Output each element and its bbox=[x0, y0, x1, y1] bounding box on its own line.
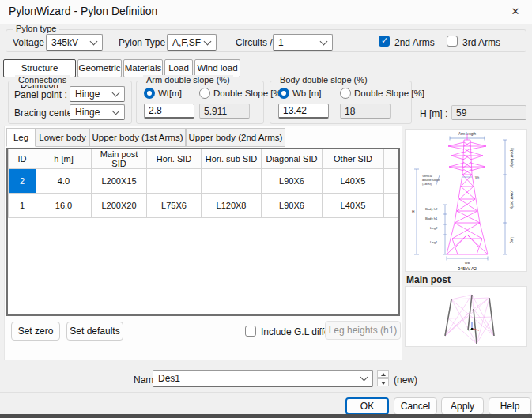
name-combobox[interactable]: Des1 bbox=[153, 370, 373, 387]
cell-main-post[interactable]: L200X20 bbox=[92, 194, 147, 218]
cell-blank bbox=[384, 194, 399, 218]
cell-hori[interactable]: L75X6 bbox=[147, 194, 202, 218]
panel-point-value: Hinge bbox=[75, 88, 100, 100]
voltage-label: Voltage : bbox=[13, 37, 50, 48]
chevron-down-icon bbox=[90, 37, 98, 45]
main-post-label: Main post bbox=[406, 274, 451, 285]
arm-double-slope-radio[interactable] bbox=[199, 88, 210, 99]
wt-radio-label: Wt[m] bbox=[158, 88, 182, 98]
svg-text:Leg: Leg bbox=[510, 237, 514, 243]
col-header-id[interactable]: ID bbox=[9, 149, 36, 169]
voltage-value: 345kV bbox=[51, 37, 78, 48]
col-header-main-post[interactable]: Main post SID bbox=[92, 149, 147, 169]
cell-id[interactable]: 2 bbox=[9, 169, 36, 194]
wb-radio[interactable] bbox=[278, 88, 289, 99]
pylon-type-select[interactable]: A,F,SF bbox=[167, 34, 217, 51]
subtab-upper-body-2nd[interactable]: Upper body (2nd Arms) bbox=[186, 128, 285, 147]
name-value: Des1 bbox=[158, 373, 180, 384]
ok-button[interactable]: OK bbox=[345, 397, 389, 415]
cell-other[interactable]: L40X5 bbox=[323, 169, 384, 194]
cell-h[interactable]: 16.0 bbox=[36, 194, 92, 218]
connections-group-label: Connections bbox=[15, 75, 70, 85]
axis-triad-icon bbox=[468, 322, 479, 330]
col-header-blank bbox=[384, 149, 399, 169]
col-header-diagonal[interactable]: Diagonal SID bbox=[262, 149, 323, 169]
body-double-slope-input bbox=[340, 104, 391, 119]
cell-hori-sub[interactable]: L120X8 bbox=[202, 194, 262, 218]
svg-text:Leg1: Leg1 bbox=[430, 240, 438, 244]
voltage-select[interactable]: 345kV bbox=[46, 34, 103, 51]
table-row[interactable]: 1 16.0 L200X20 L75X6 L120X8 L90X6 L40X5 bbox=[9, 194, 399, 218]
background-window-edge bbox=[0, 414, 532, 418]
h-input bbox=[451, 105, 526, 120]
table-row[interactable]: 2 4.0 L200X15 L90X6 L40X5 bbox=[9, 169, 399, 194]
cell-hori-sub[interactable] bbox=[202, 169, 262, 194]
include-gl-checkbox[interactable] bbox=[245, 326, 256, 337]
svg-text:Body h2: Body h2 bbox=[425, 207, 438, 211]
arm-double-slope-input bbox=[199, 104, 250, 119]
body-double-slope-radio[interactable] bbox=[340, 88, 351, 99]
cell-diagonal[interactable]: L90X6 bbox=[262, 194, 323, 218]
cell-id[interactable]: 1 bbox=[9, 194, 36, 218]
set-zero-button[interactable]: Set zero bbox=[11, 322, 60, 341]
help-button[interactable]: Help bbox=[489, 397, 531, 415]
second-arms-checkbox[interactable] bbox=[379, 36, 390, 47]
pylon-preview-panel: Arm length bbox=[405, 129, 527, 272]
cell-h[interactable]: 4.0 bbox=[36, 169, 92, 194]
chevron-down-icon bbox=[112, 107, 120, 115]
wb-input[interactable] bbox=[278, 104, 329, 119]
svg-text:(Xb/Xt): (Xb/Xt) bbox=[422, 182, 432, 186]
cell-other[interactable]: L40X5 bbox=[323, 194, 384, 218]
main-post-diagram bbox=[406, 287, 528, 348]
cell-blank bbox=[384, 169, 399, 194]
svg-text:Lower body: Lower body bbox=[510, 190, 514, 209]
table-header-row: ID h [m] Main post SID Hori. SID Hori. s… bbox=[9, 149, 399, 169]
bracing-center-select[interactable]: Hinge bbox=[70, 104, 125, 120]
third-arms-label: 3rd Arms bbox=[462, 37, 500, 48]
pylon-diagram: Arm length bbox=[406, 130, 528, 273]
window-title: PylonWizard - Pylon Definition bbox=[9, 5, 157, 17]
subtab-leg[interactable]: Leg bbox=[6, 128, 36, 147]
svg-text:Wt: Wt bbox=[475, 175, 480, 179]
tab-geometric[interactable]: Geometric bbox=[77, 59, 122, 77]
pylon-wizard-dialog: PylonWizard - Pylon Definition ✕ Pylon t… bbox=[0, 0, 532, 418]
third-arms-checkbox[interactable] bbox=[447, 36, 458, 47]
subtab-lower-body[interactable]: Lower body bbox=[36, 128, 89, 147]
col-header-other[interactable]: Other SID bbox=[323, 149, 384, 169]
title-bar: PylonWizard - Pylon Definition ✕ bbox=[0, 0, 532, 24]
cell-diagonal[interactable]: L90X6 bbox=[262, 169, 323, 194]
close-icon[interactable]: ✕ bbox=[505, 3, 526, 21]
subtab-upper-body-1st[interactable]: Upper body (1st Arms) bbox=[89, 128, 186, 147]
pylon-type-label: Pylon Type : bbox=[119, 37, 171, 48]
chevron-down-icon bbox=[112, 89, 120, 97]
footer-separator bbox=[0, 392, 532, 393]
panel-point-select[interactable]: Hinge bbox=[70, 86, 125, 102]
second-arms-label: 2nd Arms bbox=[394, 37, 435, 48]
svg-text:Body h1: Body h1 bbox=[425, 217, 438, 220]
svg-text:345kV A2: 345kV A2 bbox=[458, 266, 477, 271]
cell-hori[interactable] bbox=[147, 169, 202, 194]
bracing-center-value: Hinge bbox=[75, 107, 100, 118]
spinner-down-icon[interactable] bbox=[377, 378, 389, 386]
panel-point-label: Panel point : bbox=[14, 89, 67, 100]
col-header-hori-sub[interactable]: Hori. sub SID bbox=[202, 149, 262, 169]
h-label: H [m] : bbox=[420, 108, 447, 119]
circuits-select[interactable]: 1 bbox=[273, 34, 333, 51]
svg-text:Wb: Wb bbox=[465, 261, 470, 265]
wt-input[interactable] bbox=[144, 104, 194, 119]
svg-text:Upper body: Upper body bbox=[510, 148, 514, 168]
name-spinner[interactable] bbox=[377, 370, 389, 387]
col-header-h[interactable]: h [m] bbox=[36, 149, 92, 169]
apply-button[interactable]: Apply bbox=[441, 397, 484, 415]
cell-main-post[interactable]: L200X15 bbox=[92, 169, 147, 194]
set-defaults-button[interactable]: Set defaults bbox=[66, 322, 123, 341]
section-table: ID h [m] Main post SID Hori. SID Hori. s… bbox=[6, 148, 400, 316]
wt-radio[interactable] bbox=[144, 88, 155, 99]
main-post-preview-panel bbox=[405, 286, 527, 347]
col-header-hori[interactable]: Hori. SID bbox=[147, 149, 202, 169]
body-double-slope-radio-label: Double Slope [%] bbox=[354, 88, 424, 98]
spinner-up-icon[interactable] bbox=[377, 370, 389, 378]
cancel-button[interactable]: Cancel bbox=[394, 397, 437, 415]
arm-slope-group-label: Arm double slope (%) bbox=[143, 75, 233, 85]
svg-text:Leg2: Leg2 bbox=[430, 226, 438, 230]
